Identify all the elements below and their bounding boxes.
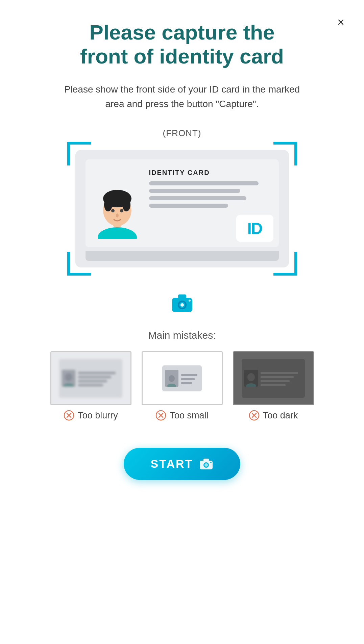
svg-point-7 bbox=[120, 209, 123, 212]
mistake-label-small: Too small bbox=[155, 410, 208, 421]
mistakes-section: Main mistakes: bbox=[30, 330, 334, 428]
subtitle-text: Please show the front side of your ID ca… bbox=[57, 82, 307, 111]
page-title: Please capture the front of identity car… bbox=[80, 20, 284, 69]
svg-point-12 bbox=[180, 303, 184, 307]
id-line-4 bbox=[149, 204, 228, 208]
mistakes-title: Main mistakes: bbox=[30, 330, 334, 341]
error-icon-dark bbox=[249, 410, 260, 421]
id-line-2 bbox=[149, 189, 240, 193]
camera-icon-container bbox=[171, 292, 194, 313]
svg-point-14 bbox=[189, 300, 191, 302]
id-card-title: IDENTITY CARD bbox=[149, 169, 271, 177]
svg-point-6 bbox=[111, 209, 115, 212]
svg-point-8 bbox=[116, 213, 119, 217]
mistake-text-blurry: Too blurry bbox=[78, 410, 118, 421]
svg-rect-33 bbox=[203, 459, 209, 461]
mistake-small: Too small bbox=[142, 351, 223, 421]
id-photo-area bbox=[94, 168, 141, 239]
id-line-3 bbox=[149, 196, 246, 200]
mistake-thumb-blurry bbox=[50, 351, 131, 405]
mistake-text-small: Too small bbox=[170, 410, 208, 421]
mistake-blurry: Too blurry bbox=[50, 351, 131, 421]
corner-br bbox=[273, 252, 297, 276]
id-bottom-bar bbox=[86, 251, 279, 261]
svg-point-4 bbox=[104, 198, 112, 211]
mistake-text-dark: Too dark bbox=[263, 410, 298, 421]
mini-photo-small bbox=[165, 370, 178, 387]
mistake-thumb-small bbox=[142, 351, 223, 405]
error-icon-blurry bbox=[64, 410, 74, 421]
mistake-dark: Too dark bbox=[233, 351, 314, 421]
corner-bl bbox=[67, 252, 91, 276]
start-button-label: START bbox=[151, 457, 193, 470]
mini-lines-dark bbox=[261, 370, 302, 386]
svg-point-34 bbox=[210, 462, 212, 463]
error-icon-small bbox=[155, 410, 166, 421]
start-button[interactable]: START bbox=[124, 448, 241, 480]
mini-photo-blurry bbox=[62, 370, 75, 387]
svg-rect-13 bbox=[178, 294, 186, 299]
front-label: (FRONT) bbox=[67, 128, 297, 138]
id-badge-text: ID bbox=[247, 219, 262, 238]
capture-area: (FRONT) bbox=[67, 128, 297, 276]
svg-point-5 bbox=[122, 198, 130, 211]
person-illustration bbox=[95, 178, 139, 239]
bracket-frame: IDENTITY CARD ID bbox=[67, 142, 297, 276]
svg-point-0 bbox=[98, 227, 137, 239]
svg-point-16 bbox=[64, 383, 74, 387]
mini-lines-small bbox=[181, 372, 199, 384]
id-line-1 bbox=[149, 181, 259, 185]
mistake-thumb-dark bbox=[233, 351, 314, 405]
camera-icon bbox=[171, 292, 194, 313]
close-button[interactable]: × bbox=[335, 14, 347, 31]
mistake-label-blurry: Too blurry bbox=[64, 410, 118, 421]
id-card-illustration: IDENTITY CARD ID bbox=[75, 150, 289, 267]
svg-point-21 bbox=[167, 384, 176, 387]
id-card-inner: IDENTITY CARD ID bbox=[86, 159, 279, 247]
mini-photo-dark bbox=[244, 370, 258, 387]
mini-lines-blurry bbox=[78, 370, 120, 386]
page-container: × Please capture the front of identity c… bbox=[0, 0, 364, 644]
start-camera-icon bbox=[199, 458, 213, 470]
mini-id-dark bbox=[242, 359, 305, 398]
svg-point-25 bbox=[247, 373, 255, 381]
mini-id-blurry bbox=[59, 359, 122, 398]
svg-point-15 bbox=[65, 373, 72, 381]
svg-point-32 bbox=[204, 463, 208, 467]
mistakes-grid: Too blurry bbox=[30, 351, 334, 421]
svg-point-26 bbox=[246, 383, 256, 387]
mistake-label-dark: Too dark bbox=[249, 410, 298, 421]
mini-id-small bbox=[162, 365, 202, 391]
svg-point-20 bbox=[169, 375, 175, 382]
id-badge: ID bbox=[236, 215, 273, 242]
